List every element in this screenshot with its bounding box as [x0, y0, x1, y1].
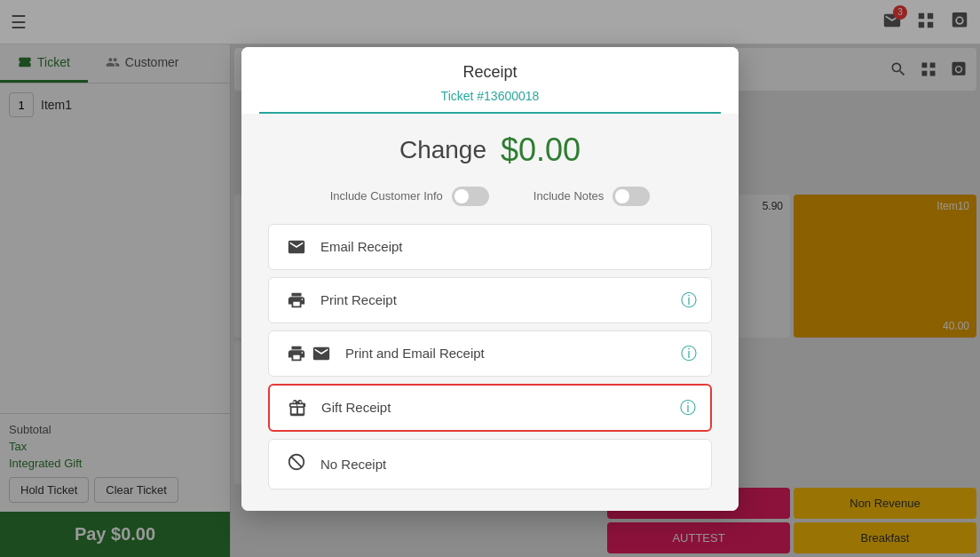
print-receipt-button[interactable]: Print Receipt ⓘ [268, 277, 712, 323]
gift-icon [288, 398, 307, 418]
include-notes-label: Include Notes [533, 189, 605, 203]
print-email-icon [287, 344, 331, 363]
include-customer-info-toggle[interactable] [452, 187, 489, 206]
gift-receipt-label: Gift Receipt [321, 400, 391, 415]
change-amount: $0.00 [501, 131, 581, 169]
print-email-receipt-button[interactable]: Print and Email Receipt ⓘ [268, 330, 712, 377]
email-receipt-label: Email Receipt [320, 239, 403, 254]
print-receipt-label: Print Receipt [320, 292, 397, 307]
include-notes-group: Include Notes [533, 187, 651, 206]
no-receipt-icon [287, 452, 306, 476]
receipt-options: Email Receipt Print Receipt ⓘ P [268, 224, 712, 489]
receipt-modal: Receipt Ticket #13600018 Change $0.00 In… [241, 47, 739, 511]
gift-receipt-button[interactable]: Gift Receipt ⓘ [268, 384, 712, 432]
print-email-receipt-label: Print and Email Receipt [345, 346, 485, 361]
no-receipt-button[interactable]: No Receipt [268, 439, 712, 489]
print-email-receipt-info-icon[interactable]: ⓘ [681, 343, 697, 364]
email-icon [287, 237, 306, 257]
toggle-row: Include Customer Info Include Notes [268, 187, 712, 206]
modal-body: Change $0.00 Include Customer Info Inclu… [241, 114, 739, 511]
include-customer-info-group: Include Customer Info [330, 187, 489, 206]
change-label: Change [399, 136, 486, 164]
include-customer-info-label: Include Customer Info [330, 189, 443, 203]
change-row: Change $0.00 [268, 131, 712, 169]
modal-overlay[interactable]: Receipt Ticket #13600018 Change $0.00 In… [0, 0, 980, 557]
print-receipt-info-icon[interactable]: ⓘ [681, 290, 697, 311]
include-notes-toggle[interactable] [612, 187, 650, 206]
print-icon [287, 290, 306, 310]
modal-ticket-number: Ticket #13600018 [259, 82, 721, 114]
modal-title: Receipt [241, 47, 739, 82]
gift-receipt-info-icon[interactable]: ⓘ [680, 397, 696, 418]
no-receipt-label: No Receipt [320, 457, 386, 472]
email-receipt-button[interactable]: Email Receipt [268, 224, 712, 270]
